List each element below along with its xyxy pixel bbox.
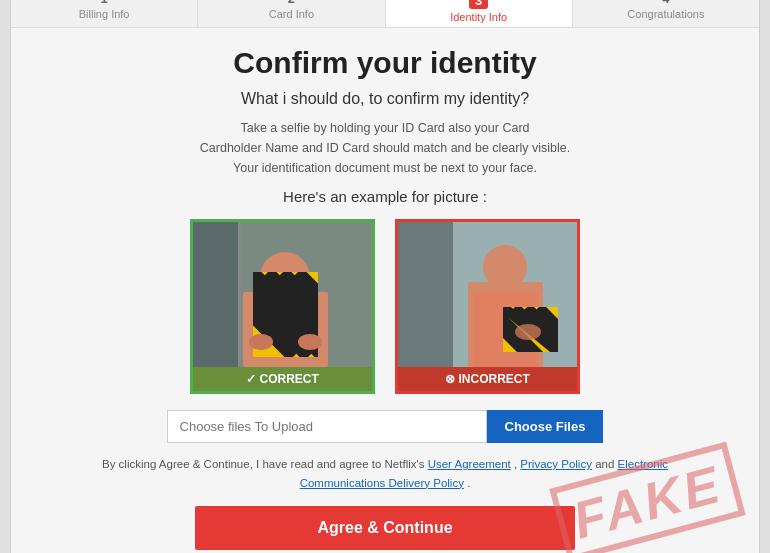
step-card: 2 Card Info — [198, 0, 385, 27]
svg-point-15 — [249, 334, 273, 350]
example-label: Here's an example for picture : — [11, 188, 759, 205]
incorrect-image-box: ⊗ INCORRECT — [395, 219, 580, 394]
privacy-policy-link[interactable]: Privacy Policy — [520, 458, 592, 470]
upload-row: Choose Files — [11, 410, 759, 443]
svg-point-21 — [483, 245, 527, 289]
correct-label: ✓ CORRECT — [193, 367, 372, 391]
subtitle-text: What i should do, to confirm my identity… — [11, 90, 759, 108]
step-2-label: Card Info — [202, 8, 380, 20]
step-congrats: 4 Congratulations — [573, 0, 759, 27]
agreement-period: . — [467, 477, 470, 489]
step-identity: 3 Identity Info — [386, 0, 573, 27]
step-1-number: 1 — [15, 0, 193, 6]
incorrect-image-svg — [398, 222, 580, 367]
svg-rect-4 — [238, 222, 241, 367]
svg-rect-19 — [398, 222, 453, 367]
user-agreement-link[interactable]: User Agreement — [428, 458, 511, 470]
main-container: 1 Billing Info 2 Card Info 3 Identity In… — [10, 0, 760, 553]
file-upload-input[interactable] — [167, 410, 487, 443]
agreement-and: and — [595, 458, 617, 470]
example-images-row: ✓ CORRECT — [11, 219, 759, 394]
choose-files-button[interactable]: Choose Files — [487, 410, 604, 443]
agreement-text-before: By clicking Agree & Continue, I have rea… — [102, 458, 428, 470]
agreement-text: By clicking Agree & Continue, I have rea… — [11, 455, 759, 492]
step-4-number: 4 — [577, 0, 755, 6]
step-3-number: 3 — [469, 0, 488, 9]
step-3-label: Identity Info — [390, 11, 568, 23]
svg-point-32 — [515, 324, 541, 340]
svg-rect-3 — [193, 222, 238, 367]
page-title: Confirm your identity — [11, 46, 759, 80]
instructions-text: Take a selfie by holding your ID Card al… — [11, 118, 759, 178]
correct-image-svg — [193, 222, 375, 367]
agree-continue-button[interactable]: Agree & Continue — [195, 506, 575, 550]
step-billing: 1 Billing Info — [11, 0, 198, 27]
svg-point-16 — [298, 334, 322, 350]
progress-steps: 1 Billing Info 2 Card Info 3 Identity In… — [11, 0, 759, 28]
correct-image-box: ✓ CORRECT — [190, 219, 375, 394]
step-1-label: Billing Info — [15, 8, 193, 20]
incorrect-label: ⊗ INCORRECT — [398, 367, 577, 391]
step-4-label: Congratulations — [577, 8, 755, 20]
step-2-number: 2 — [202, 0, 380, 6]
